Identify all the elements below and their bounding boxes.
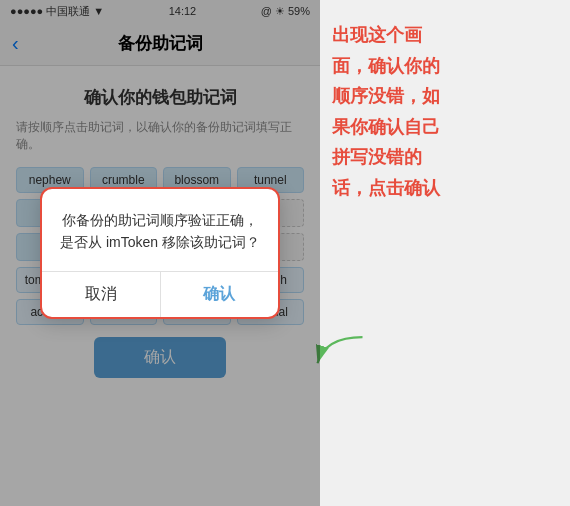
modal-buttons: 取消 确认	[42, 271, 278, 317]
annotation-panel: 出现这个画 面，确认你的 顺序没错，如 果你确认自己 拼写没错的 话，点击确认	[320, 0, 570, 506]
phone-mockup: ●●●●● 中国联通 ▼ 14:12 @ ☀ 59% ‹ 备份助记词 确认你的钱…	[0, 0, 320, 506]
modal-cancel-button[interactable]: 取消	[42, 272, 161, 317]
modal-message: 你备份的助记词顺序验证正确，是否从 imToken 移除该助记词？	[58, 209, 262, 254]
modal-overlay: 你备份的助记词顺序验证正确，是否从 imToken 移除该助记词？ 取消 确认	[0, 0, 320, 506]
annotation-text: 出现这个画 面，确认你的 顺序没错，如 果你确认自己 拼写没错的 话，点击确认	[332, 20, 440, 204]
modal-dialog: 你备份的助记词顺序验证正确，是否从 imToken 移除该助记词？ 取消 确认	[40, 187, 280, 320]
modal-ok-button[interactable]: 确认	[161, 272, 279, 317]
